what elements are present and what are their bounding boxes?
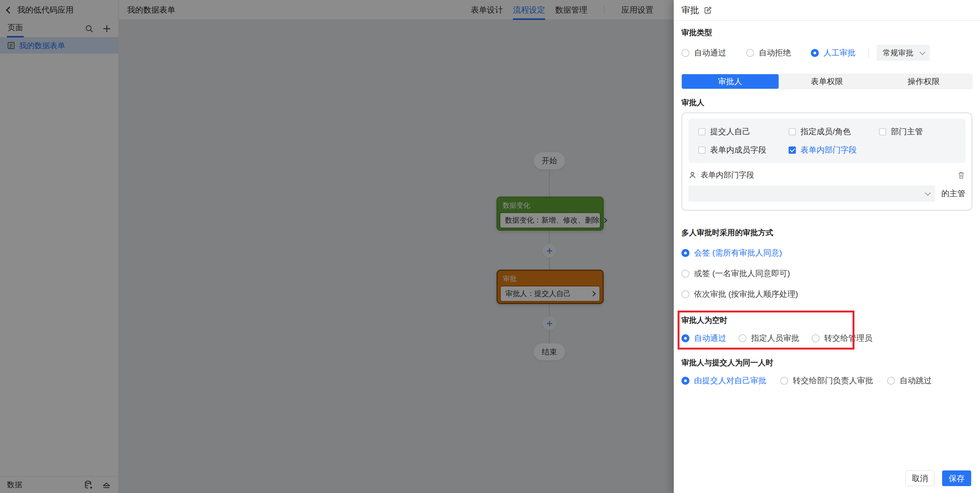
empty-approver-radio-group: 自动通过 指定人员审批 转交给管理员 — [681, 332, 972, 345]
checkbox-icon — [789, 128, 796, 135]
edit-title-icon[interactable] — [704, 6, 712, 15]
checkbox-form-member-field[interactable]: 表单内成员字段 — [698, 145, 789, 155]
dept-field-select[interactable] — [688, 185, 935, 202]
checkbox-icon — [698, 128, 706, 135]
radio-countersign[interactable]: 会签 (需所有审批人同意) — [681, 247, 972, 259]
radio-icon — [681, 49, 689, 57]
same-person-radio-group: 由提交人对自己审批 转交给部门负责人审批 自动跳过 — [681, 374, 972, 387]
person-icon — [688, 171, 697, 179]
approver-label: 审批人 — [681, 98, 972, 108]
checkbox-icon-checked — [789, 146, 796, 154]
radio-auto-reject[interactable]: 自动拒绝 — [746, 47, 791, 58]
trash-icon[interactable] — [957, 171, 965, 179]
empty-approver-label: 审批人为空时 — [681, 315, 972, 325]
drawer-content: 审批类型 自动通过 自动拒绝 人工审批 常规审批 — [674, 21, 980, 464]
radio-to-dept-head[interactable]: 转交给部门负责人审批 — [780, 375, 873, 386]
save-button[interactable]: 保存 — [942, 470, 971, 486]
radio-icon — [681, 290, 689, 298]
approval-mode-select[interactable]: 常规审批 — [877, 45, 930, 61]
select-suffix-label: 的主管 — [941, 188, 965, 199]
radio-self-approve[interactable]: 由提交人对自己审批 — [681, 375, 766, 386]
radio-icon — [887, 377, 895, 385]
radio-icon — [780, 377, 788, 385]
checkbox-icon — [698, 146, 706, 154]
radio-icon-selected — [681, 249, 689, 257]
checkbox-submitter-self[interactable]: 提交人自己 — [698, 126, 789, 137]
radio-icon — [738, 334, 746, 342]
checkbox-dept-manager[interactable]: 部门主管 — [879, 126, 956, 137]
chevron-down-icon — [920, 49, 926, 55]
radio-icon — [812, 334, 820, 342]
tab-approver[interactable]: 审批人 — [682, 74, 779, 89]
drawer-title: 审批 — [681, 4, 699, 16]
radio-icon — [681, 270, 689, 278]
checkbox-form-dept-field[interactable]: 表单内部门字段 — [789, 145, 879, 155]
radio-auto-approve[interactable]: 自动通过 — [681, 47, 726, 58]
approval-type-radio-group: 自动通过 自动拒绝 人工审批 常规审批 — [681, 46, 972, 59]
chevron-down-icon — [925, 190, 931, 196]
radio-empty-assign-person[interactable]: 指定人员审批 — [738, 333, 799, 343]
radio-orsign[interactable]: 或签 (一名审批人同意即可) — [681, 268, 972, 279]
radio-icon-selected — [681, 334, 689, 342]
empty-approver-section: 审批人为空时 自动通过 指定人员审批 转交给管理员 — [681, 315, 972, 345]
radio-sequential[interactable]: 依次审批 (按审批人顺序处理) — [681, 288, 972, 300]
drawer-footer: 取消 保存 — [674, 464, 980, 493]
radio-empty-auto-pass[interactable]: 自动通过 — [681, 333, 726, 343]
radio-icon — [746, 49, 754, 57]
divider — [869, 48, 869, 58]
checkbox-member-role[interactable]: 指定成员/角色 — [789, 126, 879, 137]
drawer-tab-bar: 审批人 表单权限 操作权限 — [681, 74, 972, 89]
modal-dim-overlay[interactable] — [0, 0, 674, 493]
tab-form-permissions[interactable]: 表单权限 — [779, 74, 875, 89]
approval-settings-drawer: 审批 审批类型 自动通过 自动拒绝 人工审批 — [674, 0, 980, 493]
approval-type-label: 审批类型 — [681, 28, 972, 38]
app-window: 我的低代码应用 页面 我的数据表单 — [0, 0, 980, 493]
dept-field-label: 表单内部门字段 — [701, 170, 953, 180]
tab-action-permissions[interactable]: 操作权限 — [875, 74, 972, 89]
radio-manual-approval[interactable]: 人工审批 — [811, 47, 856, 58]
radio-icon-selected — [681, 377, 689, 385]
radio-empty-to-admin[interactable]: 转交给管理员 — [812, 333, 872, 343]
same-person-section: 审批人与提交人为同一人时 由提交人对自己审批 转交给部门负责人审批 自动跳过 — [681, 358, 972, 387]
dept-field-select-row: 的主管 — [688, 185, 965, 202]
main-workspace: 我的低代码应用 页面 我的数据表单 — [0, 0, 674, 493]
approver-card: 提交人自己 指定成员/角色 部门主管 表单内成员字段 — [681, 112, 972, 211]
checkbox-icon — [879, 128, 886, 135]
cancel-button[interactable]: 取消 — [905, 470, 934, 486]
radio-auto-skip[interactable]: 自动跳过 — [887, 375, 932, 386]
drawer-header: 审批 — [674, 0, 980, 21]
radio-icon-selected — [811, 49, 819, 57]
same-person-label: 审批人与提交人为同一人时 — [681, 358, 972, 368]
dept-field-row: 表单内部门字段 — [688, 170, 965, 180]
approver-checkbox-panel: 提交人自己 指定成员/角色 部门主管 表单内成员字段 — [688, 119, 965, 163]
multi-approver-mode-label: 多人审批时采用的审批方式 — [681, 228, 972, 238]
